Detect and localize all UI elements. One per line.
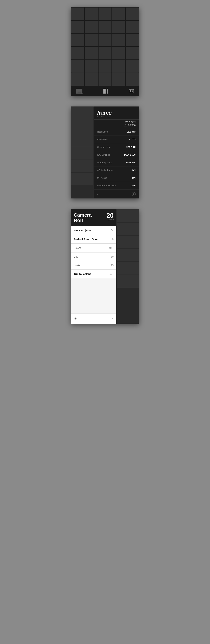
strip-cell	[117, 249, 139, 262]
settings-gear-icon[interactable]	[132, 192, 136, 196]
roll-item-count: 30	[111, 255, 114, 258]
bottom-toolbar	[71, 86, 139, 96]
settings-label: ISO Settings	[97, 154, 110, 156]
grid-view-button[interactable]	[103, 89, 108, 94]
grid-cell	[71, 34, 84, 46]
grid-cell	[85, 73, 98, 86]
settings-value: MAX 1600	[124, 154, 136, 156]
back-button[interactable]: ‹	[97, 192, 98, 196]
grid-cell	[126, 47, 139, 60]
roll-count-block: 20 20/980	[107, 212, 114, 221]
next-button[interactable]: ›	[112, 317, 113, 320]
settings-label: Compression	[97, 146, 111, 148]
grid-cell	[99, 47, 111, 60]
grid-dot	[105, 90, 106, 92]
grid-cell	[126, 8, 139, 20]
roll-count-big: 20	[107, 212, 114, 219]
grid-cell	[126, 34, 139, 46]
settings-label: AF Assist Lamp	[97, 169, 113, 172]
grid-cell	[99, 21, 111, 33]
grid-cell	[99, 34, 111, 46]
empty-space	[71, 278, 116, 313]
left-image-strip	[71, 106, 94, 198]
app-logo: frame	[97, 110, 136, 116]
settings-label: Viewfinder	[97, 138, 108, 141]
settings-label: MF Assist	[97, 176, 107, 179]
settings-item-compression[interactable]: Compression JPEG HI	[94, 144, 139, 151]
add-button[interactable]: +	[74, 316, 77, 321]
menu-line	[78, 92, 81, 92]
settings-item-stabilization[interactable]: Image Stabilization OFF	[94, 182, 139, 190]
grid-cell	[112, 21, 125, 33]
grid-cell	[112, 60, 125, 72]
settings-panel: frame s/n : 189-212-28 79% 20/980 Reso	[94, 106, 139, 198]
settings-value: ONE PT.	[126, 161, 136, 164]
grid-cell	[99, 60, 111, 72]
grid-cell	[85, 34, 98, 46]
menu-line	[78, 90, 81, 90]
strip-cell	[117, 210, 139, 222]
grid-cell	[112, 8, 125, 20]
roll-item-lewis[interactable]: Lewis 15	[71, 261, 116, 270]
settings-item-viewfinder[interactable]: Viewfinder AUTO	[94, 136, 139, 144]
battery-status-row: 79%	[94, 120, 139, 124]
serial-number: s/n : 189-212-28	[97, 116, 136, 118]
settings-item-mf-assist[interactable]: MF Assist ON	[94, 174, 139, 182]
settings-item-af-lamp[interactable]: AF Assist Lamp ON	[94, 166, 139, 174]
roll-item-work-projects[interactable]: Work Projects 34	[71, 226, 116, 235]
camera-button[interactable]	[129, 89, 134, 93]
battery-icon	[125, 121, 130, 123]
strip-cell	[71, 120, 93, 133]
camera-roll-panel: Camera Roll 20 20/980 Work Projects 34 P…	[71, 209, 116, 324]
grid-cell	[85, 8, 98, 20]
camera-bump-icon	[130, 89, 131, 89]
settings-label: Metering Mode	[97, 161, 112, 164]
settings-value: JPEG HI	[126, 146, 136, 148]
grid-cell	[71, 47, 84, 60]
grid-dot	[105, 89, 106, 90]
roll-item-helena[interactable]: Helena 40 ›	[71, 244, 116, 252]
grid-cell	[126, 21, 139, 33]
grid-dot	[107, 89, 108, 90]
grid-cell	[112, 34, 125, 46]
roll-item-name: Helena	[74, 246, 81, 249]
battery-seg	[127, 121, 128, 122]
strip-cell	[117, 262, 139, 274]
roll-item-portrait[interactable]: Portrait Photo Shoot 85	[71, 235, 116, 244]
grid-cell	[71, 73, 84, 86]
strip-cell	[117, 275, 139, 288]
roll-item-count: 85	[111, 238, 114, 240]
battery-tip	[129, 121, 130, 122]
grid-cell	[112, 73, 125, 86]
roll-header: Camera Roll 20 20/980	[71, 209, 116, 226]
battery-body	[125, 121, 129, 123]
photos-status-row: 20/980	[94, 124, 139, 128]
settings-value: ON	[132, 169, 136, 172]
battery-seg	[125, 121, 126, 122]
settings-item-iso[interactable]: ISO Settings MAX 1600	[94, 151, 139, 159]
menu-button[interactable]	[76, 89, 82, 94]
battery-seg	[126, 121, 127, 122]
camera-grid	[71, 7, 139, 86]
strip-cell	[117, 236, 139, 248]
screen-3-camera-roll: Camera Roll 20 20/980 Work Projects 34 P…	[71, 209, 139, 324]
settings-item-resolution[interactable]: Resolution 15.1 MP	[94, 128, 139, 136]
settings-label: Resolution	[97, 130, 108, 133]
settings-item-metering[interactable]: Metering Mode ONE PT.	[94, 159, 139, 166]
roll-title-line1: Camera	[74, 212, 92, 218]
grid-dot	[105, 92, 106, 94]
settings-list: Resolution 15.1 MP Viewfinder AUTO Compr…	[94, 128, 139, 190]
strip-cell	[117, 222, 139, 235]
settings-label: Image Stabilization	[97, 184, 116, 187]
settings-value: OFF	[131, 184, 136, 187]
roll-item-count: 127	[110, 272, 114, 275]
roll-item-count: 40 ›	[109, 246, 114, 250]
grid-dot	[103, 92, 105, 94]
settings-value: 15.1 MP	[126, 130, 136, 133]
grid-cell	[99, 8, 111, 20]
roll-item-count: 15	[111, 264, 114, 267]
roll-title-line2: Roll	[74, 218, 92, 223]
roll-item-iceland[interactable]: Trip to Iceland 127	[71, 270, 116, 278]
battery-percentage: 79%	[131, 120, 136, 123]
roll-item-lisa[interactable]: Lisa 30	[71, 252, 116, 261]
